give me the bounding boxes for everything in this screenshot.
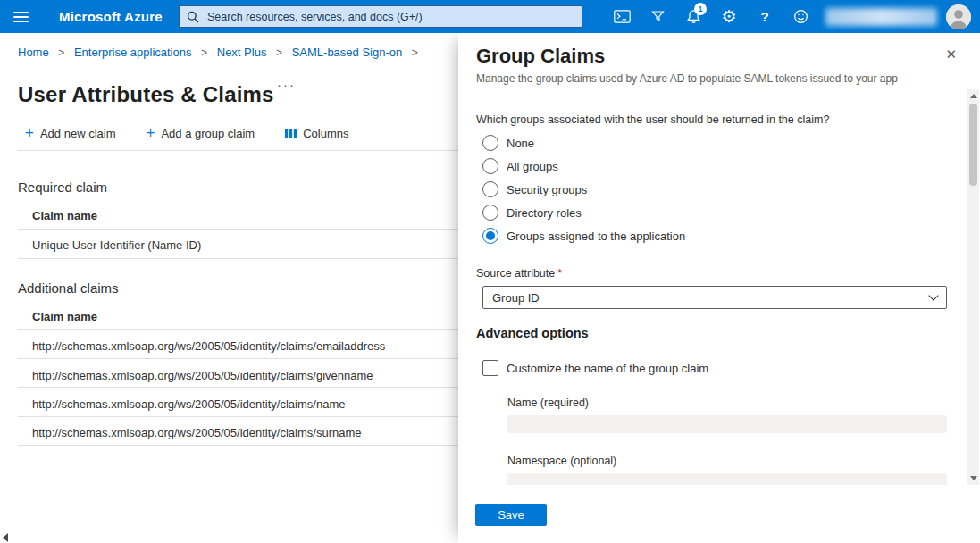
advanced-options-title: Advanced options xyxy=(476,326,589,340)
avatar[interactable] xyxy=(946,4,971,29)
claim-row-emailaddress[interactable]: http://schemas.xmlsoap.org/ws/2005/05/id… xyxy=(32,339,385,353)
columns-label: Columns xyxy=(303,127,348,140)
columns-icon xyxy=(285,128,297,139)
add-new-claim-label: Add new claim xyxy=(40,127,116,140)
radio-icon xyxy=(482,205,498,221)
checkbox-icon xyxy=(482,360,498,376)
breadcrumb-link-home[interactable]: Home xyxy=(18,46,49,59)
horizontal-scroll-left-arrow[interactable] xyxy=(3,533,8,542)
divider xyxy=(18,150,458,151)
required-asterisk: * xyxy=(557,267,562,280)
radio-label: All groups xyxy=(507,160,558,173)
claim-row-name[interactable]: http://schemas.xmlsoap.org/ws/2005/05/id… xyxy=(32,397,345,411)
more-options-icon[interactable]: ··· xyxy=(277,77,296,92)
filter-icon xyxy=(651,10,665,23)
divider xyxy=(18,445,458,446)
close-icon[interactable]: ✕ xyxy=(945,47,957,61)
divider xyxy=(18,416,458,417)
feedback-button[interactable] xyxy=(783,0,818,33)
azure-top-bar: Microsoft Azure 1 ⚙ ? xyxy=(0,0,980,33)
radio-option-security-groups[interactable]: Security groups xyxy=(482,180,587,198)
breadcrumb-link-saml-sign-on[interactable]: SAML-based Sign-on xyxy=(292,46,403,59)
radio-option-none[interactable]: None xyxy=(482,134,534,152)
source-attribute-dropdown[interactable]: Group ID xyxy=(482,286,947,309)
smiley-icon xyxy=(793,9,808,24)
columns-button[interactable]: Columns xyxy=(285,127,348,140)
scrollbar-thumb[interactable] xyxy=(969,104,977,186)
help-button[interactable]: ? xyxy=(747,0,783,33)
gear-icon: ⚙ xyxy=(721,8,736,25)
panel-body: Which groups associated with the user sh… xyxy=(458,89,966,485)
scrollbar-down-arrow[interactable] xyxy=(970,476,977,480)
divider xyxy=(18,329,458,330)
radio-icon xyxy=(482,158,498,174)
radio-label: None xyxy=(507,137,534,150)
additional-claims-column-header: Claim name xyxy=(32,310,97,323)
name-required-label: Name (required) xyxy=(507,397,589,409)
radio-option-directory-roles[interactable]: Directory roles xyxy=(482,204,582,221)
chevron-down-icon xyxy=(928,290,938,300)
group-claim-name-input xyxy=(507,415,947,433)
breadcrumb-separator: > xyxy=(201,46,207,59)
source-attribute-label: Source attribute* xyxy=(476,267,562,280)
source-attribute-value: Group ID xyxy=(492,291,930,305)
panel-subtitle: Manage the group claims used by Azure AD… xyxy=(476,72,959,85)
group-claims-question: Which groups associated with the user sh… xyxy=(476,113,829,126)
radio-label: Directory roles xyxy=(507,206,582,220)
divider xyxy=(18,229,458,230)
radio-option-groups-assigned[interactable]: Groups assigned to the application xyxy=(482,227,685,245)
command-bar: + Add new claim + Add a group claim Colu… xyxy=(25,127,349,140)
add-group-claim-button[interactable]: + Add a group claim xyxy=(146,127,255,140)
panel-scrollbar[interactable] xyxy=(967,89,979,485)
add-group-claim-label: Add a group claim xyxy=(161,127,255,140)
panel-footer: Save xyxy=(458,485,980,543)
claim-row-givenname[interactable]: http://schemas.xmlsoap.org/ws/2005/05/id… xyxy=(32,369,373,382)
radio-icon xyxy=(482,135,498,151)
directory-filter-button[interactable] xyxy=(640,0,675,33)
add-icon: + xyxy=(146,125,155,140)
group-claims-panel: Group Claims ✕ Manage the group claims u… xyxy=(458,33,980,543)
cloud-shell-button[interactable] xyxy=(604,0,640,33)
person-icon xyxy=(946,4,971,29)
breadcrumb: Home > Enterprise applications > Next Pl… xyxy=(18,46,424,59)
add-icon: + xyxy=(25,125,34,140)
checkbox-label: Customize the name of the group claim xyxy=(507,362,708,375)
divider xyxy=(18,258,458,259)
radio-icon-selected xyxy=(482,228,498,244)
divider xyxy=(18,387,458,388)
save-button[interactable]: Save xyxy=(475,504,547,526)
search-input[interactable] xyxy=(205,10,574,24)
azure-brand-logo[interactable]: Microsoft Azure xyxy=(59,0,163,33)
breadcrumb-link-next-plus[interactable]: Next Plus xyxy=(217,46,267,59)
breadcrumb-separator: > xyxy=(58,46,64,59)
required-claim-column-header: Claim name xyxy=(32,209,97,222)
additional-claims-section-title: Additional claims xyxy=(18,280,119,296)
required-claim-row[interactable]: Unique User Identifier (Name ID) xyxy=(32,238,201,252)
help-icon: ? xyxy=(760,10,768,23)
radio-option-all-groups[interactable]: All groups xyxy=(482,157,558,175)
group-claim-namespace-input xyxy=(507,473,947,485)
breadcrumb-link-enterprise-applications[interactable]: Enterprise applications xyxy=(74,46,192,59)
scrollbar-up-arrow[interactable] xyxy=(970,94,977,98)
page-title: User Attributes & Claims xyxy=(18,82,274,107)
hamburger-icon xyxy=(13,12,29,22)
radio-icon xyxy=(482,181,498,197)
add-new-claim-button[interactable]: + Add new claim xyxy=(25,127,115,140)
notifications-button[interactable]: 1 xyxy=(675,0,711,33)
topbar-icon-group: 1 ⚙ ? xyxy=(604,0,976,33)
required-claim-section-title: Required claim xyxy=(18,180,107,195)
namespace-optional-label: Namespace (optional) xyxy=(507,455,616,467)
breadcrumb-separator: > xyxy=(276,46,282,59)
claim-row-surname[interactable]: http://schemas.xmlsoap.org/ws/2005/05/id… xyxy=(32,426,362,439)
breadcrumb-separator: > xyxy=(412,46,418,59)
account-info-blurred[interactable] xyxy=(825,8,937,26)
panel-title: Group Claims xyxy=(476,45,605,68)
hamburger-menu-button[interactable] xyxy=(0,0,41,33)
divider xyxy=(18,358,458,359)
radio-label: Security groups xyxy=(507,183,587,196)
settings-button[interactable]: ⚙ xyxy=(711,0,747,33)
radio-label: Groups assigned to the application xyxy=(507,230,685,243)
customize-group-claim-checkbox[interactable]: Customize the name of the group claim xyxy=(482,360,708,376)
notification-count-badge: 1 xyxy=(694,3,707,15)
global-search-box[interactable] xyxy=(179,5,582,28)
